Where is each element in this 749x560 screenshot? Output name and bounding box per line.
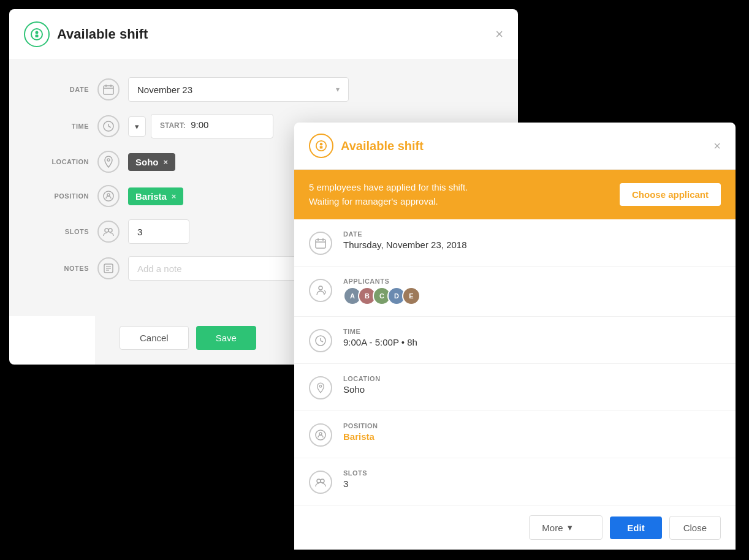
svg-point-10 — [107, 159, 110, 161]
detail-slots-row: SLOTS 3 — [294, 458, 736, 505]
applicant-avatars: A B C D E — [343, 287, 417, 305]
detail-date-value: Thursday, November 23, 2018 — [343, 240, 467, 250]
detail-date-label: DATE — [343, 230, 467, 238]
fg-modal-header: Available shift × — [294, 123, 736, 170]
avatar-5: E — [402, 287, 420, 305]
detail-applicants-content: APPLICANTS A B C D E — [343, 278, 417, 305]
svg-point-0 — [31, 29, 42, 40]
choose-applicant-button[interactable]: Choose applicant — [620, 183, 721, 206]
svg-point-14 — [108, 229, 112, 232]
detail-calendar-icon — [309, 232, 332, 255]
close-button[interactable]: Close — [669, 516, 721, 540]
logo-icon-orange — [309, 134, 333, 158]
detail-date-row: DATE Thursday, November 23, 2018 — [294, 219, 736, 267]
detail-time-value: 9:00A - 5:00P • 8h — [343, 337, 417, 347]
notes-icon — [97, 257, 120, 279]
position-remove-button[interactable]: × — [172, 192, 177, 201]
notification-text: 5 employees have applied for this shift.… — [309, 181, 468, 208]
position-tag: Barista × — [128, 187, 183, 205]
location-tag: Soho × — [128, 153, 175, 171]
time-label: TIME — [34, 123, 89, 130]
slots-icon — [97, 221, 120, 243]
bg-modal-header: Available shift × — [9, 9, 518, 60]
svg-point-13 — [105, 229, 108, 232]
chevron-down-icon: ▾ — [336, 85, 340, 94]
logo-icon-green — [24, 21, 50, 47]
chevron-down-icon: ▾ — [568, 522, 572, 533]
svg-point-12 — [107, 194, 110, 196]
position-icon — [97, 185, 120, 207]
cancel-button[interactable]: Cancel — [120, 326, 189, 350]
fg-modal: Available shift × 5 employees have appli… — [294, 123, 736, 550]
time-controls: ▾ START: 9:00 — [128, 114, 273, 138]
detail-rows: DATE Thursday, November 23, 2018 APPLICA… — [294, 219, 736, 505]
calendar-icon — [97, 78, 120, 100]
time-toggle-button[interactable]: ▾ — [128, 116, 146, 137]
svg-point-33 — [317, 479, 321, 483]
detail-location-label: LOCATION — [343, 375, 381, 382]
detail-location-content: LOCATION Soho — [343, 375, 381, 395]
detail-applicants-label: APPLICANTS — [343, 278, 417, 285]
save-button[interactable]: Save — [196, 326, 256, 350]
svg-line-29 — [321, 341, 323, 342]
svg-point-32 — [319, 433, 322, 435]
detail-slots-icon — [309, 471, 332, 494]
detail-time-content: TIME 9:00A - 5:00P • 8h — [343, 328, 417, 347]
detail-clock-icon — [309, 329, 332, 352]
date-row: DATE November 23 ▾ — [34, 77, 493, 102]
svg-rect-22 — [316, 240, 325, 248]
svg-point-20 — [320, 143, 323, 146]
fg-modal-footer: More ▾ Edit Close — [294, 505, 736, 550]
notes-label: NOTES — [34, 265, 89, 272]
slots-label: SLOTS — [34, 228, 89, 235]
clock-icon — [97, 115, 120, 137]
fg-modal-title: Available shift — [341, 139, 424, 153]
notification-banner: 5 employees have applied for this shift.… — [294, 170, 736, 219]
detail-location-row: LOCATION Soho — [294, 364, 736, 411]
svg-point-19 — [316, 141, 326, 151]
detail-applicants-row: APPLICANTS A B C D E — [294, 267, 736, 317]
detail-position-row: POSITION Barista — [294, 411, 736, 458]
location-remove-button[interactable]: × — [164, 157, 169, 167]
detail-time-label: TIME — [343, 328, 417, 335]
bg-modal-close-button[interactable]: × — [495, 28, 503, 41]
detail-position-icon — [309, 423, 332, 447]
position-label: POSITION — [34, 192, 89, 200]
svg-point-1 — [36, 31, 39, 34]
bg-modal-title: Available shift — [57, 26, 148, 42]
more-button[interactable]: More ▾ — [529, 515, 603, 540]
detail-slots-value: 3 — [343, 479, 367, 489]
detail-location-value: Soho — [343, 384, 381, 395]
slots-input[interactable]: 3 — [128, 219, 189, 244]
detail-position-content: POSITION Barista — [343, 422, 378, 442]
detail-slots-label: SLOTS — [343, 469, 367, 477]
detail-position-value: Barista — [343, 431, 378, 442]
detail-slots-content: SLOTS 3 — [343, 469, 367, 489]
detail-applicants-icon — [309, 279, 332, 302]
svg-rect-21 — [320, 146, 323, 148]
svg-point-30 — [319, 385, 322, 388]
date-label: DATE — [34, 86, 89, 93]
svg-rect-2 — [36, 35, 39, 38]
edit-button[interactable]: Edit — [610, 516, 661, 539]
detail-position-label: POSITION — [343, 422, 378, 429]
svg-rect-3 — [104, 86, 113, 94]
detail-time-row: TIME 9:00A - 5:00P • 8h — [294, 317, 736, 364]
date-dropdown[interactable]: November 23 ▾ — [128, 77, 349, 102]
detail-date-content: DATE Thursday, November 23, 2018 — [343, 230, 467, 250]
detail-location-icon — [309, 376, 332, 399]
location-icon — [97, 151, 120, 173]
svg-point-34 — [321, 479, 324, 483]
location-label: LOCATION — [34, 158, 89, 165]
svg-point-26 — [319, 286, 322, 290]
time-start-input[interactable]: START: 9:00 — [151, 114, 273, 138]
fg-modal-close-button[interactable]: × — [713, 139, 721, 153]
svg-line-9 — [108, 126, 111, 127]
